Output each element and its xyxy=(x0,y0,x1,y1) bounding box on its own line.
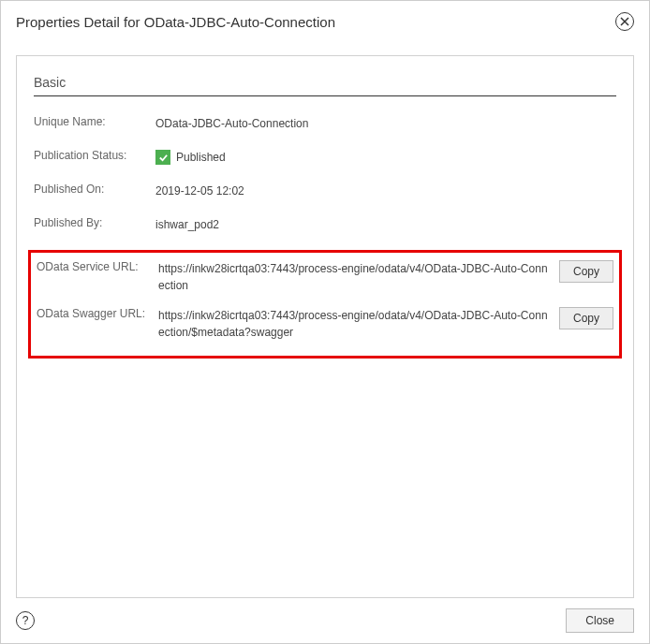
check-icon xyxy=(155,150,170,165)
dialog-title: Properties Detail for OData-JDBC-Auto-Co… xyxy=(16,14,335,30)
label-unique-name: Unique Name: xyxy=(34,115,155,128)
value-publication-status: Published xyxy=(155,149,616,166)
value-published-on: 2019-12-05 12:02 xyxy=(155,183,616,199)
status-text: Published xyxy=(176,149,226,166)
value-swagger-url: https://inkw28icrtqa03:7443/process-engi… xyxy=(158,307,559,341)
row-published-on: Published On: 2019-12-05 12:02 xyxy=(34,183,616,199)
row-service-url: OData Service URL: https://inkw28icrtqa0… xyxy=(37,260,613,294)
copy-swagger-url-button[interactable]: Copy xyxy=(559,307,613,329)
value-published-by: ishwar_pod2 xyxy=(155,216,616,233)
properties-panel: Basic Unique Name: OData-JDBC-Auto-Conne… xyxy=(16,55,634,598)
label-published-on: Published On: xyxy=(34,183,155,196)
value-service-url: https://inkw28icrtqa03:7443/process-engi… xyxy=(158,260,559,294)
label-service-url: OData Service URL: xyxy=(37,260,158,273)
row-swagger-url: OData Swagger URL: https://inkw28icrtqa0… xyxy=(37,307,613,341)
section-title: Basic xyxy=(34,75,616,96)
close-icon[interactable] xyxy=(615,12,634,31)
copy-service-url-button[interactable]: Copy xyxy=(559,260,613,283)
label-swagger-url: OData Swagger URL: xyxy=(37,307,158,320)
row-published-by: Published By: ishwar_pod2 xyxy=(34,216,616,233)
dialog-footer: ? Close xyxy=(1,598,649,643)
row-publication-status: Publication Status: Published xyxy=(34,149,616,166)
help-icon[interactable]: ? xyxy=(16,611,35,630)
dialog-header: Properties Detail for OData-JDBC-Auto-Co… xyxy=(1,1,649,40)
close-button[interactable]: Close xyxy=(566,608,634,633)
highlighted-section: OData Service URL: https://inkw28icrtqa0… xyxy=(28,250,622,359)
row-unique-name: Unique Name: OData-JDBC-Auto-Connection xyxy=(34,115,616,132)
label-publication-status: Publication Status: xyxy=(34,149,155,162)
value-unique-name: OData-JDBC-Auto-Connection xyxy=(155,115,616,132)
label-published-by: Published By: xyxy=(34,216,155,229)
